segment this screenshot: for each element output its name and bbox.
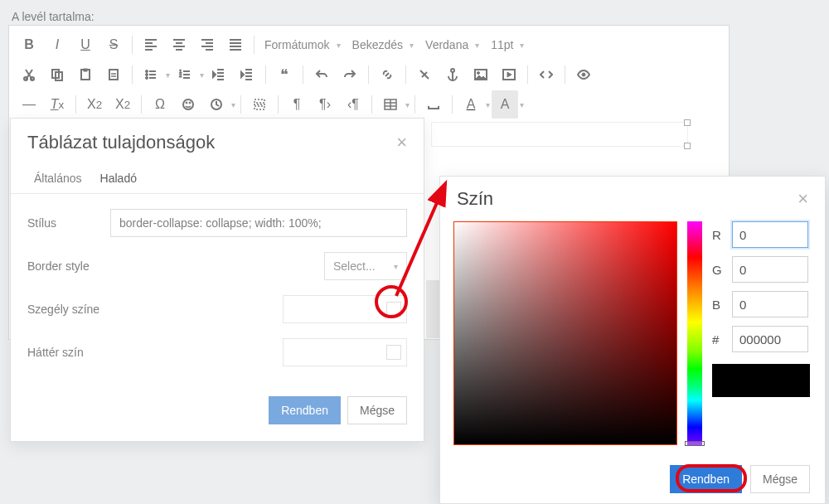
bg-color-input[interactable] (283, 338, 407, 366)
outdent-button[interactable] (206, 61, 232, 89)
bold-button[interactable]: B (16, 31, 42, 59)
indent-button[interactable] (234, 61, 260, 89)
align-right-button[interactable] (194, 31, 221, 59)
g-label: G (712, 263, 724, 277)
underline-button[interactable]: U (72, 31, 99, 59)
border-style-label: Border style (27, 259, 160, 273)
dialog-title: Szín (457, 188, 493, 210)
tab-advanced[interactable]: Haladó (94, 163, 143, 193)
field-label: A levél tartalma: (12, 10, 95, 23)
ltr-button[interactable]: ¶› (312, 90, 338, 119)
svg-point-16 (582, 73, 585, 76)
toolbar-row-3: ― Tx X2 X2 Ω ▾ ¶ ¶› ‹¶ ▾ A▾ A▾ (16, 90, 722, 119)
svg-rect-6 (109, 70, 118, 80)
paste-button[interactable] (72, 61, 99, 89)
image-button[interactable] (468, 61, 494, 89)
blockquote-button[interactable]: ❝ (271, 61, 298, 89)
svg-point-8 (146, 74, 148, 76)
superscript-button[interactable]: X2 (109, 90, 136, 119)
toolbar-row-1: B I U S Formátumok▾ Bekezdés▾ Verdana▾ 1… (16, 31, 722, 59)
cancel-button[interactable]: Mégse (750, 465, 810, 493)
toolbar-row-2: ▾ 12▾ ❝ (16, 61, 722, 89)
svg-point-7 (146, 70, 148, 73)
nbsp-button[interactable] (420, 90, 447, 119)
svg-point-12 (451, 69, 454, 72)
ok-button[interactable]: Rendben (670, 465, 742, 493)
editor-selected-table[interactable] (431, 122, 688, 147)
fontsize-dropdown[interactable]: 11pt▾ (486, 31, 529, 59)
ok-button[interactable]: Rendben (269, 396, 341, 424)
hex-label: # (712, 332, 724, 346)
tab-general[interactable]: Általános (27, 163, 89, 193)
svg-text:2: 2 (179, 73, 182, 78)
style-label: Stílus (27, 216, 110, 230)
color-swatch-icon[interactable] (386, 345, 401, 360)
g-input[interactable] (732, 256, 808, 283)
resize-handle-icon[interactable] (684, 143, 691, 149)
special-char-button[interactable]: Ω (147, 90, 173, 119)
cancel-button[interactable]: Mégse (347, 396, 407, 424)
formats-dropdown[interactable]: Formátumok▾ (259, 31, 346, 59)
bg-color-label: Háttér szín (27, 346, 160, 359)
subscript-button[interactable]: X2 (81, 90, 108, 119)
saturation-value-picker[interactable] (453, 221, 677, 445)
hue-slider[interactable] (687, 221, 702, 445)
paste-text-button[interactable] (100, 61, 127, 89)
border-color-input[interactable] (283, 295, 407, 323)
undo-button[interactable] (308, 61, 335, 89)
number-list-button[interactable]: 12 (172, 61, 198, 89)
strikethrough-button[interactable]: S (100, 31, 127, 59)
link-button[interactable] (374, 61, 400, 89)
dialog-title: Táblázat tulajdonságok (27, 132, 215, 153)
table-button[interactable] (377, 90, 404, 119)
r-input[interactable] (732, 221, 808, 248)
color-picker-dialog: Szín × R G B # Rendben Mégse (439, 176, 826, 504)
hr-button[interactable]: ― (16, 90, 42, 119)
anchor-button[interactable] (439, 61, 466, 89)
media-button[interactable] (496, 61, 522, 89)
svg-rect-5 (84, 69, 87, 71)
b-label: B (712, 298, 724, 312)
border-style-select[interactable]: Select...▾ (324, 252, 407, 280)
redo-button[interactable] (337, 61, 363, 89)
emoji-button[interactable] (175, 90, 201, 119)
paragraph-dropdown[interactable]: Bekezdés▾ (347, 31, 419, 59)
color-preview (712, 364, 810, 397)
hex-input[interactable] (732, 326, 808, 352)
r-label: R (712, 228, 724, 242)
cut-button[interactable] (16, 61, 42, 89)
svg-point-9 (146, 77, 148, 80)
style-input[interactable] (110, 209, 407, 237)
close-icon[interactable]: × (396, 132, 407, 153)
close-icon[interactable]: × (797, 188, 808, 210)
copy-button[interactable] (44, 61, 70, 89)
datetime-button[interactable] (203, 90, 230, 119)
code-button[interactable] (533, 61, 560, 89)
b-input[interactable] (732, 291, 808, 317)
bg-color-button[interactable]: A (492, 90, 518, 119)
color-swatch-icon[interactable] (386, 302, 401, 317)
hue-cursor-icon[interactable] (685, 441, 705, 446)
align-left-button[interactable] (138, 31, 164, 59)
decorative (426, 280, 439, 338)
paragraph-button[interactable]: ¶ (284, 90, 310, 119)
align-justify-button[interactable] (222, 31, 249, 59)
svg-point-14 (478, 72, 480, 75)
rtl-button[interactable]: ‹¶ (340, 90, 366, 119)
pagebreak-button[interactable] (246, 90, 273, 119)
unlink-button[interactable] (411, 61, 438, 89)
svg-point-19 (189, 102, 191, 104)
bullet-list-button[interactable] (138, 61, 164, 89)
border-color-label: Szegély színe (27, 303, 160, 316)
align-center-button[interactable] (166, 31, 192, 59)
svg-point-18 (186, 102, 187, 104)
italic-button[interactable]: I (44, 31, 70, 59)
table-properties-dialog: Táblázat tulajdonságok × Általános Halad… (10, 118, 424, 442)
clear-format-button[interactable]: Tx (44, 90, 70, 119)
text-color-button[interactable]: A (458, 90, 484, 119)
svg-point-17 (183, 99, 193, 109)
preview-button[interactable] (570, 61, 597, 89)
resize-handle-icon[interactable] (684, 119, 691, 126)
font-dropdown[interactable]: Verdana▾ (420, 31, 484, 59)
